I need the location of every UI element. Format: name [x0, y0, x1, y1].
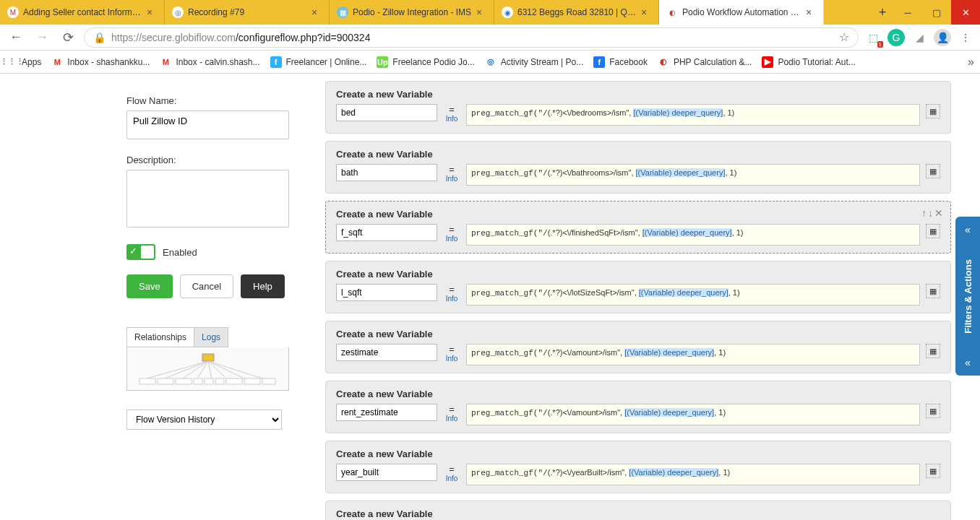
action-block[interactable]: Create a new Variable = Info preg_match_…	[325, 81, 951, 134]
browser-tab[interactable]: ◎ Recording #79 ×	[165, 0, 330, 25]
save-button[interactable]: Save	[126, 274, 173, 298]
variable-name-input[interactable]	[336, 464, 437, 481]
maximize-button[interactable]: ▢	[922, 0, 951, 25]
flow-version-history-select[interactable]: Flow Version History	[126, 410, 282, 430]
bookmark-item[interactable]: fFreelancer | Online...	[270, 56, 367, 68]
tab-close-icon[interactable]: ×	[641, 7, 651, 17]
code-expression[interactable]: preg_match_gf("/(.*?)<\/bathrooms>/ism",…	[466, 164, 920, 186]
code-expression[interactable]: preg_match_gf("/(.*?)<\/finishedSqFt>/is…	[466, 224, 920, 246]
tab-close-icon[interactable]: ×	[311, 7, 322, 17]
delete-icon[interactable]: ✕	[934, 207, 943, 219]
profile-avatar[interactable]: 👤	[934, 29, 951, 46]
variable-name-input[interactable]	[336, 284, 437, 301]
action-block[interactable]: Create a new Variable = Info preg_match_…	[325, 441, 951, 493]
new-tab-button[interactable]: +	[872, 5, 893, 20]
move-up-icon[interactable]: ↑	[921, 207, 927, 219]
info-link[interactable]: Info	[446, 355, 458, 363]
info-link[interactable]: Info	[446, 235, 458, 243]
tab-close-icon[interactable]: ×	[476, 7, 486, 17]
filters-actions-tab[interactable]: « Filters & Actions «	[955, 217, 980, 376]
variable-name-input[interactable]	[336, 344, 437, 361]
help-button[interactable]: Help	[241, 274, 285, 298]
bookmark-item[interactable]: ◐PHP Calculation &...	[658, 56, 752, 68]
browser-tab[interactable]: ◐ Podio Workflow Automation - G ×	[659, 0, 824, 25]
window-controls: ─ ▢ ✕	[893, 0, 980, 25]
token-picker-icon[interactable]: ▦	[926, 344, 940, 358]
token-picker-icon[interactable]: ▦	[926, 404, 940, 418]
variable-name-input[interactable]	[336, 104, 437, 121]
action-title: Create a new Variable	[336, 448, 940, 459]
tab-close-icon[interactable]: ×	[147, 7, 157, 17]
ext-icon-grammarly[interactable]: G	[887, 29, 905, 46]
code-expression[interactable]: preg_match_gf("/(.*?)<\/lotSizeSqFt>/ism…	[466, 284, 920, 306]
move-down-icon[interactable]: ↓	[928, 207, 933, 219]
variable-name-input[interactable]	[336, 224, 437, 241]
equals-label: =	[449, 164, 455, 175]
bookmark-item[interactable]: ⋮⋮⋮Apps	[6, 56, 41, 68]
lock-icon: 🔒	[93, 32, 106, 43]
browser-tab[interactable]: ▦ Podio - Zillow Integration - IMS ×	[330, 0, 494, 25]
forward-button[interactable]: →	[32, 27, 52, 48]
description-input[interactable]	[126, 170, 289, 228]
bookmark-item[interactable]: MInbox - shashankku...	[51, 56, 150, 68]
cancel-button[interactable]: Cancel	[180, 274, 233, 298]
bookmark-star-icon[interactable]: ☆	[839, 30, 849, 44]
code-expression[interactable]: preg_match_gf("/(.*?)<\/yearBuilt>/ism",…	[466, 464, 920, 485]
minimize-button[interactable]: ─	[893, 0, 922, 25]
equals-label: =	[449, 284, 455, 295]
relationship-diagram[interactable]	[126, 347, 289, 391]
tab-relationships[interactable]: Relationships	[126, 327, 194, 347]
action-block[interactable]: Create a new Variable = Info preg_match_…	[325, 321, 951, 373]
bookmark-item[interactable]: UpFreelance Podio Jo...	[377, 56, 474, 68]
tab-logs[interactable]: Logs	[194, 327, 228, 347]
token-picker-icon[interactable]: ▦	[926, 224, 940, 238]
svg-line-7	[208, 361, 244, 378]
bookmark-label: Podio Tutorial: Aut...	[778, 57, 855, 67]
info-link[interactable]: Info	[446, 115, 458, 123]
enabled-toggle[interactable]	[126, 244, 155, 260]
code-expression[interactable]: preg_match_gf("/(.*?)<\/amount>/ism", [(…	[466, 344, 920, 365]
bookmark-item[interactable]: ▶Podio Tutorial: Aut...	[762, 56, 855, 68]
bookmark-icon: M	[160, 56, 171, 68]
bookmark-item[interactable]: MInbox - calvin.shash...	[160, 56, 259, 68]
variable-name-input[interactable]	[336, 404, 437, 421]
info-link[interactable]: Info	[446, 474, 458, 482]
chrome-menu-icon[interactable]: ⋮	[957, 29, 974, 46]
bookmarks-overflow-icon[interactable]: »	[968, 56, 974, 69]
reload-button[interactable]: ⟳	[58, 27, 78, 48]
bookmark-label: Inbox - calvin.shash...	[176, 57, 259, 67]
flow-name-input[interactable]: Pull Zillow ID	[126, 110, 289, 139]
bookmark-item[interactable]: fFacebook	[593, 56, 648, 68]
action-block[interactable]: ↑ ↓ ✕ Create a new Variable = Info preg_…	[325, 201, 951, 254]
bookmark-icon: ⋮⋮⋮	[6, 56, 17, 68]
tab-favicon: M	[7, 6, 19, 18]
extension-icons: ⬚1 G ◢ 👤 ⋮	[864, 29, 974, 46]
info-link[interactable]: Info	[446, 295, 458, 303]
url-field[interactable]: 🔒 https://secure.globiflow.com/configure…	[84, 27, 859, 48]
ext-icon-3[interactable]: ◢	[911, 29, 928, 46]
action-block[interactable]: Create a new Variable = Info preg_match_…	[325, 500, 951, 520]
back-button[interactable]: ←	[6, 27, 26, 48]
bookmark-label: Inbox - shashankku...	[67, 57, 150, 67]
bookmark-label: Freelancer | Online...	[286, 57, 367, 67]
action-title: Create a new Variable	[336, 329, 940, 339]
action-block[interactable]: Create a new Variable = Info preg_match_…	[325, 261, 951, 313]
browser-tab[interactable]: ◉ 6312 Beggs Road 32810 | Q9 De ×	[494, 0, 659, 25]
variable-name-input[interactable]	[336, 164, 437, 181]
close-window-button[interactable]: ✕	[951, 0, 980, 25]
action-block[interactable]: Create a new Variable = Info preg_match_…	[325, 141, 951, 194]
enabled-label: Enabled	[163, 247, 197, 258]
token-picker-icon[interactable]: ▦	[926, 284, 940, 298]
code-expression[interactable]: preg_match_gf("/(.*?)<\/amount>/ism", [(…	[466, 404, 920, 425]
info-link[interactable]: Info	[446, 415, 458, 422]
action-block[interactable]: Create a new Variable = Info preg_match_…	[325, 381, 951, 433]
ext-icon-1[interactable]: ⬚1	[864, 29, 882, 46]
code-expression[interactable]: preg_match_gf("/(.*?)<\/bedrooms>/ism", …	[466, 104, 920, 126]
token-picker-icon[interactable]: ▦	[926, 464, 940, 478]
token-picker-icon[interactable]: ▦	[926, 164, 940, 178]
info-link[interactable]: Info	[446, 175, 458, 183]
tab-close-icon[interactable]: ×	[806, 7, 816, 17]
token-picker-icon[interactable]: ▦	[926, 104, 940, 118]
browser-tab[interactable]: M Adding Seller contact Informatio ×	[0, 0, 165, 25]
bookmark-item[interactable]: ◎Activity Stream | Po...	[485, 56, 583, 68]
